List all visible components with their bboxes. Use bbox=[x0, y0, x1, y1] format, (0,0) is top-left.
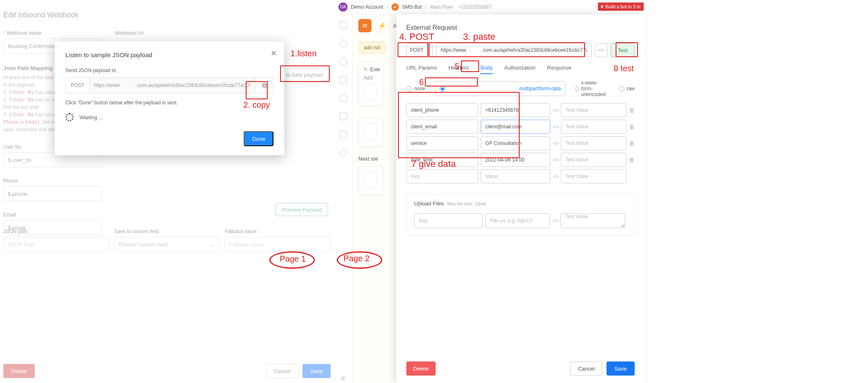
preview-payload-button[interactable]: Preview Payload bbox=[276, 203, 328, 216]
flow-name[interactable]: Main Flow bbox=[430, 4, 453, 10]
dashed-drop[interactable] bbox=[364, 123, 378, 140]
page-title: Edit Inbound Webhook bbox=[0, 0, 334, 19]
upload-title: Upload Files bbox=[414, 200, 444, 207]
save-button[interactable]: Save bbox=[302, 364, 331, 378]
test-value-input[interactable] bbox=[561, 153, 626, 167]
menu-icon[interactable]: ≡ bbox=[341, 374, 345, 383]
key-input[interactable] bbox=[406, 169, 478, 183]
tab-url-params[interactable]: URL Params bbox=[406, 65, 437, 74]
db-icon[interactable] bbox=[340, 76, 347, 84]
trash-icon[interactable]: 🗑 bbox=[629, 157, 635, 163]
user-icon[interactable] bbox=[340, 58, 347, 65]
svg-rect-0 bbox=[263, 84, 266, 87]
test-value-input[interactable] bbox=[561, 120, 626, 134]
waiting-text: Waiting ... bbox=[79, 114, 103, 120]
method-select[interactable]: POST⌄ bbox=[406, 43, 433, 57]
trash-icon[interactable]: 🗑 bbox=[629, 123, 635, 130]
close-icon[interactable]: ✕ bbox=[271, 49, 277, 58]
value-input[interactable] bbox=[481, 169, 550, 183]
body-type-xwww[interactable]: x-www-form-urlencoded bbox=[575, 80, 609, 97]
code-icon[interactable]: </> bbox=[553, 141, 559, 146]
play-icon bbox=[601, 5, 604, 8]
test-button[interactable]: Test bbox=[611, 43, 635, 57]
sms-icon: ✉ bbox=[391, 3, 399, 11]
after-note: Click "Done" button below after the payl… bbox=[65, 100, 273, 106]
key-input[interactable] bbox=[406, 120, 478, 134]
next-step-card[interactable] bbox=[358, 166, 383, 195]
panel-delete-button[interactable]: Delete bbox=[406, 361, 436, 376]
copy-icon[interactable] bbox=[255, 78, 273, 93]
code-icon[interactable]: </> bbox=[553, 124, 559, 129]
dashed-drop[interactable] bbox=[364, 84, 378, 101]
megaphone-icon[interactable] bbox=[340, 131, 347, 138]
custom-field-select[interactable]: Choose custom field bbox=[114, 237, 220, 252]
code-icon[interactable]: </> bbox=[552, 218, 558, 223]
code-icon[interactable]: </> bbox=[595, 43, 607, 57]
grid-icon[interactable] bbox=[340, 22, 347, 29]
custom-field-label: Save to custom field bbox=[114, 229, 220, 234]
request-url-input[interactable] bbox=[436, 43, 592, 57]
body-type-raw[interactable]: raw bbox=[619, 86, 635, 92]
key-input[interactable] bbox=[406, 103, 478, 117]
delete-button[interactable]: Delete bbox=[3, 364, 35, 378]
file-key-input[interactable] bbox=[414, 213, 483, 228]
done-button[interactable]: Done bbox=[244, 131, 273, 146]
tab-authorization[interactable]: Authorization bbox=[504, 65, 536, 74]
code-icon[interactable]: </> bbox=[553, 174, 559, 179]
tab-headers[interactable]: Headers bbox=[448, 65, 469, 74]
modal-url-input[interactable] bbox=[90, 78, 255, 93]
build-video-button[interactable]: Build a bot in 3 m bbox=[598, 2, 644, 11]
action-card-2[interactable] bbox=[358, 118, 383, 147]
tab-response[interactable]: Response bbox=[547, 65, 572, 74]
edit-icon: ✎ bbox=[364, 67, 368, 72]
send-to-label: Send JSON payload to bbox=[65, 67, 273, 73]
test-value-input[interactable] bbox=[561, 103, 626, 117]
modal-method: POST bbox=[66, 78, 90, 93]
dashed-drop[interactable] bbox=[364, 171, 378, 188]
dots-icon[interactable] bbox=[340, 149, 347, 157]
value-input[interactable] bbox=[481, 103, 550, 117]
account-name[interactable]: Demo Account bbox=[351, 4, 383, 10]
trash-icon[interactable]: 🗑 bbox=[629, 107, 635, 113]
upload-hint: Max file size: 10mb bbox=[447, 201, 486, 206]
kv-row: </> 🗑 bbox=[406, 120, 635, 134]
key-input[interactable] bbox=[406, 153, 478, 167]
headset-icon[interactable] bbox=[340, 40, 347, 47]
test-value-input[interactable] bbox=[561, 169, 626, 183]
add-note-button[interactable]: add not bbox=[358, 41, 386, 54]
json-path-input[interactable] bbox=[3, 237, 109, 252]
panel-cancel-button[interactable]: Cancel bbox=[570, 361, 602, 376]
body-type-multipart[interactable]: multipart/form-data bbox=[435, 81, 566, 96]
cancel-button[interactable]: Cancel bbox=[266, 364, 298, 378]
phone-label: Phone bbox=[3, 178, 331, 184]
modal-title: Listen to sample JSON payload bbox=[65, 51, 273, 58]
flow-phone: +15202003667 bbox=[458, 4, 492, 10]
panel-title: External Request bbox=[406, 24, 635, 31]
trash-icon[interactable]: 🗑 bbox=[629, 140, 635, 147]
listen-modal: ✕ Listen to sample JSON payload Send JSO… bbox=[55, 41, 284, 155]
tab-body[interactable]: Body bbox=[480, 65, 493, 74]
body-type-none[interactable]: none bbox=[406, 86, 425, 92]
external-request-panel: External Request POST⌄ </> Test URL Para… bbox=[396, 14, 645, 383]
test-value-input[interactable] bbox=[561, 136, 626, 150]
fallback-input[interactable] bbox=[225, 237, 331, 252]
file-url-input[interactable] bbox=[485, 213, 550, 228]
code-icon[interactable]: </> bbox=[553, 157, 559, 162]
bot-name[interactable]: SMS Bot bbox=[402, 4, 422, 10]
file-test-value[interactable] bbox=[561, 213, 625, 228]
key-input[interactable] bbox=[406, 136, 478, 150]
phone-input[interactable] bbox=[3, 186, 103, 201]
value-input[interactable] bbox=[481, 153, 550, 167]
code-icon[interactable]: </> bbox=[553, 108, 559, 113]
panel-save-button[interactable]: Save bbox=[607, 361, 635, 376]
spinner-icon bbox=[65, 113, 74, 121]
upload-files-section: Upload Files Max file size: 10mb </> bbox=[406, 193, 635, 235]
sms-chip-icon: ✉ bbox=[358, 19, 372, 32]
body-kv-list: </> 🗑 </> 🗑 </> 🗑 bbox=[406, 103, 635, 183]
value-input[interactable] bbox=[481, 136, 550, 150]
archive-icon[interactable] bbox=[340, 113, 347, 120]
action-card[interactable]: ✎Exte Add bbox=[358, 61, 383, 106]
gear-icon[interactable] bbox=[340, 94, 347, 102]
kv-row-empty: </> 🗑 bbox=[406, 169, 635, 183]
value-input[interactable] bbox=[481, 120, 550, 134]
